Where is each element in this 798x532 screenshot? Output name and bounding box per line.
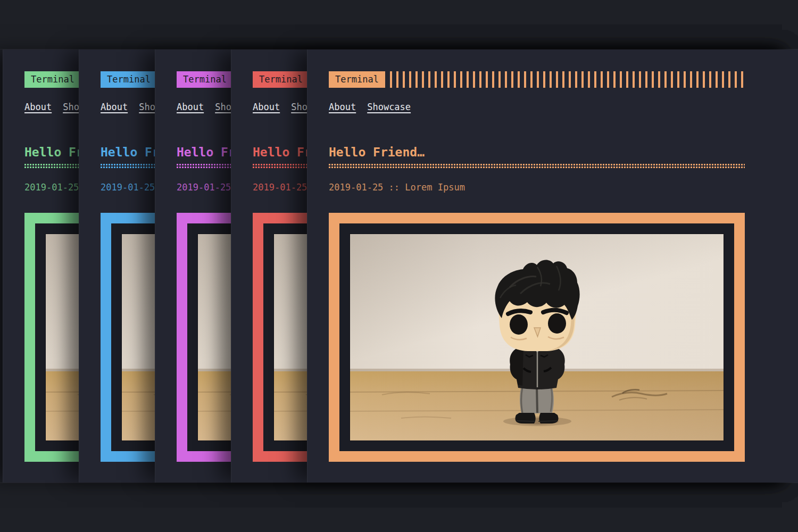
post-category: Lorem Ipsum xyxy=(405,182,465,193)
site-logo-badge[interactable]: Terminal xyxy=(253,71,309,88)
nav-link-about[interactable]: About xyxy=(177,101,204,113)
logo-decoration-bars xyxy=(390,71,745,88)
nav-link-about[interactable]: About xyxy=(253,101,280,113)
post-date: 2019-01-25 xyxy=(24,182,79,193)
panel-stack: Terminal About Showcase Hello Friend… 20… xyxy=(0,49,798,483)
post-title: Hello Friend… xyxy=(329,145,745,160)
post-date: 2019-01-25 xyxy=(177,182,231,193)
site-logo-badge[interactable]: Terminal xyxy=(177,71,233,88)
theme-panel-orange: Terminal About Showcase Hello Friend… 20… xyxy=(307,49,798,483)
post-date: 2019-01-25 xyxy=(253,182,307,193)
nav-link-about[interactable]: About xyxy=(24,101,52,113)
post-image-frame xyxy=(329,213,745,462)
site-logo-badge[interactable]: Terminal xyxy=(329,71,385,88)
site-logo-badge[interactable]: Terminal xyxy=(101,71,157,88)
panel-content: Terminal About Showcase Hello Friend… 20… xyxy=(329,49,745,462)
funko-pop-photo xyxy=(350,234,724,440)
nav-link-about[interactable]: About xyxy=(329,101,356,113)
post-meta: 2019-01-25 :: Lorem Ipsum xyxy=(329,181,745,193)
main-menu: About Showcase xyxy=(329,101,745,113)
post-date: 2019-01-25 xyxy=(329,182,383,193)
title-dotted-separator xyxy=(329,164,745,168)
post-meta-separator: :: xyxy=(383,182,405,193)
post-date: 2019-01-25 xyxy=(101,182,155,193)
site-logo-badge[interactable]: Terminal xyxy=(24,71,81,88)
site-header: Terminal xyxy=(329,71,745,88)
nav-link-about[interactable]: About xyxy=(101,101,128,113)
nav-link-showcase[interactable]: Showcase xyxy=(367,101,411,113)
